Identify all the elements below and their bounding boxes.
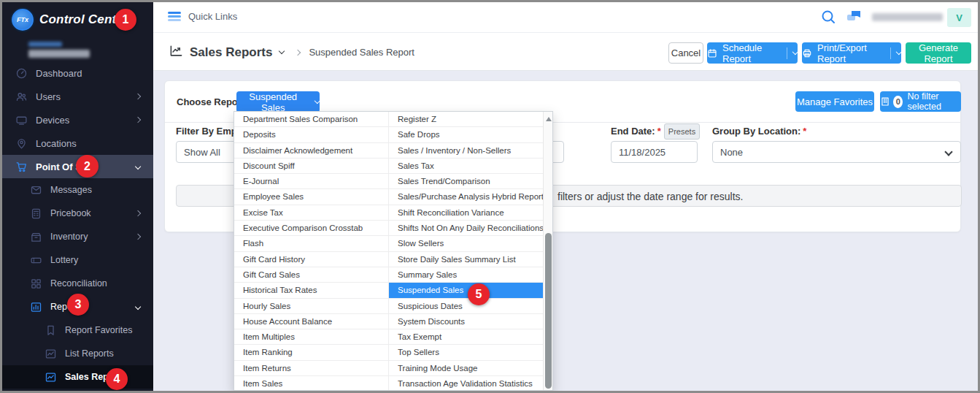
report-option[interactable]: E-Journal xyxy=(234,174,388,189)
sidebar-item-report-favorites[interactable]: Report Favorites xyxy=(2,318,153,342)
report-dropdown-row: Discount SpiffSales Tax xyxy=(234,159,543,174)
sidebar-item-label: Pricebook xyxy=(50,208,91,218)
report-option[interactable]: Item Multiples xyxy=(234,329,388,345)
report-dropdown-panel: Department Sales ComparisonRegister ZDep… xyxy=(234,111,553,391)
sidebar-item-pricebook[interactable]: Pricebook xyxy=(2,202,153,225)
username-blurred[interactable] xyxy=(872,13,943,21)
report-option[interactable]: Suspicious Dates xyxy=(388,299,543,314)
sidebar-item-label: Devices xyxy=(36,115,69,126)
report-option[interactable]: Item Ranking xyxy=(234,345,388,360)
report-option[interactable]: Department Sales Comparison xyxy=(234,112,388,127)
generate-report-button[interactable]: Generate Report xyxy=(906,42,971,64)
profile-menu-button[interactable]: V xyxy=(947,8,971,27)
presets-button[interactable]: Presets xyxy=(664,123,700,140)
report-option[interactable]: Store Daily Sales Summary List xyxy=(388,252,543,267)
report-option[interactable]: Gift Card History xyxy=(234,252,388,267)
breadcrumb-section[interactable]: Sales Reports xyxy=(190,45,272,60)
report-option-selected[interactable]: Suspended Sales xyxy=(388,283,543,298)
report-option[interactable]: Tax Exempt xyxy=(388,329,543,345)
report-option[interactable]: Flash xyxy=(234,236,388,251)
manage-favorites-button[interactable]: Manage Favorites xyxy=(795,91,874,112)
report-option[interactable]: Sales / Inventory / Non-Sellers xyxy=(388,143,543,159)
sidebar-item-messages[interactable]: Messages xyxy=(2,178,153,202)
print-export-label: Print/Export Report xyxy=(817,42,883,64)
company-name-blurred xyxy=(28,42,90,58)
messages-icon xyxy=(30,184,42,196)
report-option[interactable]: Gift Card Sales xyxy=(234,267,388,283)
sidebar-item-reconciliation[interactable]: Reconciliation xyxy=(2,272,153,295)
report-option[interactable]: Training Mode Usage xyxy=(388,361,543,376)
dropdown-scrollbar[interactable] xyxy=(543,112,552,390)
schedule-report-button[interactable]: Schedule Report xyxy=(707,42,798,64)
report-select-button[interactable]: Suspended Sales xyxy=(236,91,320,112)
sidebar-item-sales-reports[interactable]: Sales Reports xyxy=(2,365,153,389)
report-option[interactable]: Executive Comparison Crosstab xyxy=(234,221,388,236)
sidebar-item-users[interactable]: Users xyxy=(2,85,153,108)
report-option[interactable]: Deposits xyxy=(234,127,388,142)
report-option[interactable]: Historical Tax Rates xyxy=(234,283,388,298)
report-dropdown-row: Executive Comparison CrosstabShifts Not … xyxy=(234,221,543,236)
notice-text: filters or adjust the date range for res… xyxy=(557,191,743,202)
report-option[interactable]: System Discounts xyxy=(388,314,543,329)
sidebar-item-label: Inventory xyxy=(50,232,88,242)
scrollbar-thumb[interactable] xyxy=(545,233,552,389)
chat-icon[interactable] xyxy=(845,8,863,26)
sidebar-item-locations[interactable]: Locations xyxy=(2,131,153,155)
report-option[interactable]: Hourly Sales xyxy=(234,299,388,314)
cart-icon xyxy=(15,161,28,173)
line-chart-icon xyxy=(45,348,57,360)
report-option[interactable]: Excise Tax xyxy=(234,205,388,221)
quick-links-icon xyxy=(168,10,181,23)
report-option[interactable]: Sales/Purchase Analysis Hybrid Report xyxy=(388,189,543,205)
chevron-down-icon[interactable] xyxy=(896,49,902,55)
filter-status-button[interactable]: 0 No filter selected xyxy=(880,91,961,112)
selected-report-label: Suspended Sales xyxy=(236,91,309,113)
report-option[interactable]: Item Sales xyxy=(234,376,388,391)
annotation-badge-4: 4 xyxy=(106,368,128,390)
end-date-value: 11/18/2025 xyxy=(619,147,665,158)
cancel-button[interactable]: Cancel xyxy=(668,42,703,64)
report-option[interactable]: Summary Sales xyxy=(388,267,543,283)
report-option[interactable]: Register Z xyxy=(388,112,543,127)
chevron-down-icon xyxy=(135,164,142,170)
print-export-button[interactable]: Print/Export Report xyxy=(802,42,901,64)
chevron-down-icon[interactable] xyxy=(792,49,798,55)
end-date-input[interactable]: 11/18/2025 xyxy=(611,141,698,163)
report-option[interactable]: Slow Sellers xyxy=(388,236,543,251)
sidebar-item-dashboard[interactable]: Dashboard xyxy=(2,61,153,85)
report-option[interactable]: Transaction Age Validation Statistics xyxy=(388,376,543,391)
report-option[interactable]: Discount Spiff xyxy=(234,159,388,174)
chevron-down-icon[interactable] xyxy=(279,48,285,54)
sidebar-item-devices[interactable]: Devices xyxy=(2,108,153,131)
report-option[interactable]: House Account Balance xyxy=(234,314,388,329)
report-option[interactable]: Top Sellers xyxy=(388,345,543,360)
group-by-location-select[interactable]: None xyxy=(712,141,961,163)
sidebar-item-label: Reconciliation xyxy=(50,278,107,289)
report-option[interactable]: Disclaimer Acknowledgement xyxy=(234,143,388,159)
scroll-up-arrow-icon[interactable] xyxy=(546,117,552,121)
main-area: Quick Links V Sales Reports Suspended Sa… xyxy=(153,2,978,391)
sidebar-item-inventory[interactable]: Inventory xyxy=(2,225,153,248)
annotation-badge-5: 5 xyxy=(468,283,490,305)
report-dropdown-row: Gift Card HistoryStore Daily Sales Summa… xyxy=(234,252,543,267)
app-window: FTx Control Center Dashboard Users Devic… xyxy=(0,0,980,393)
report-option[interactable]: Safe Drops xyxy=(388,127,543,142)
annotation-badge-3: 3 xyxy=(67,294,89,316)
report-option[interactable]: Shift Reconciliation Variance xyxy=(388,205,543,221)
sidebar-item-list-reports[interactable]: List Reports xyxy=(2,342,153,365)
quick-links-button[interactable]: Quick Links xyxy=(168,10,237,23)
report-option[interactable]: Item Returns xyxy=(234,361,388,376)
sales-chart-icon xyxy=(45,371,57,384)
sidebar-item-lottery[interactable]: Lottery xyxy=(2,248,153,272)
report-option[interactable]: Sales Tax xyxy=(388,159,543,174)
report-dropdown-rows: Department Sales ComparisonRegister ZDep… xyxy=(234,112,543,390)
search-icon[interactable] xyxy=(819,8,837,26)
report-option[interactable]: Sales Trend/Comparison xyxy=(388,174,543,189)
sidebar: FTx Control Center Dashboard Users Devic… xyxy=(2,2,153,391)
report-option[interactable]: Shifts Not On Any Daily Reconciliations xyxy=(388,221,543,236)
report-option[interactable]: Employee Sales xyxy=(234,189,388,205)
chevron-right-icon xyxy=(135,117,142,123)
sidebar-item-label: Locations xyxy=(36,138,77,149)
company-line-2 xyxy=(28,50,90,58)
chevron-down-icon xyxy=(944,148,952,156)
